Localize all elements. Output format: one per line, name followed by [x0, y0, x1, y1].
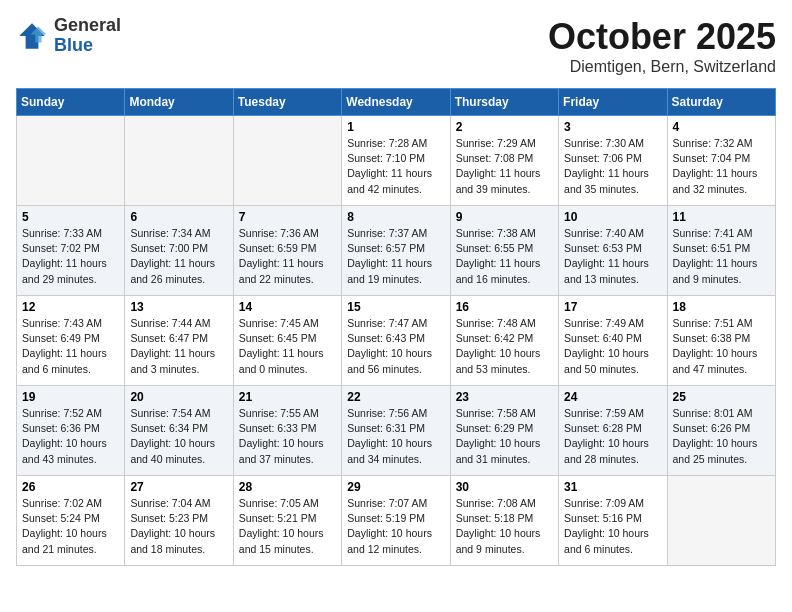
calendar-cell: 27Sunrise: 7:04 AM Sunset: 5:23 PM Dayli…	[125, 476, 233, 566]
day-info: Sunrise: 7:54 AM Sunset: 6:34 PM Dayligh…	[130, 406, 227, 467]
day-number: 6	[130, 210, 227, 224]
calendar-week-row: 26Sunrise: 7:02 AM Sunset: 5:24 PM Dayli…	[17, 476, 776, 566]
day-number: 12	[22, 300, 119, 314]
day-number: 7	[239, 210, 336, 224]
day-number: 20	[130, 390, 227, 404]
calendar-cell: 10Sunrise: 7:40 AM Sunset: 6:53 PM Dayli…	[559, 206, 667, 296]
calendar-cell: 23Sunrise: 7:58 AM Sunset: 6:29 PM Dayli…	[450, 386, 558, 476]
weekday-header-saturday: Saturday	[667, 89, 775, 116]
day-number: 28	[239, 480, 336, 494]
day-number: 9	[456, 210, 553, 224]
calendar-cell	[667, 476, 775, 566]
day-info: Sunrise: 7:59 AM Sunset: 6:28 PM Dayligh…	[564, 406, 661, 467]
day-number: 11	[673, 210, 770, 224]
weekday-header-sunday: Sunday	[17, 89, 125, 116]
calendar-cell: 31Sunrise: 7:09 AM Sunset: 5:16 PM Dayli…	[559, 476, 667, 566]
calendar-week-row: 5Sunrise: 7:33 AM Sunset: 7:02 PM Daylig…	[17, 206, 776, 296]
calendar-cell: 21Sunrise: 7:55 AM Sunset: 6:33 PM Dayli…	[233, 386, 341, 476]
calendar-cell: 18Sunrise: 7:51 AM Sunset: 6:38 PM Dayli…	[667, 296, 775, 386]
logo-blue: Blue	[54, 36, 121, 56]
day-info: Sunrise: 7:05 AM Sunset: 5:21 PM Dayligh…	[239, 496, 336, 557]
day-info: Sunrise: 8:01 AM Sunset: 6:26 PM Dayligh…	[673, 406, 770, 467]
day-info: Sunrise: 7:40 AM Sunset: 6:53 PM Dayligh…	[564, 226, 661, 287]
day-info: Sunrise: 7:36 AM Sunset: 6:59 PM Dayligh…	[239, 226, 336, 287]
calendar-cell: 14Sunrise: 7:45 AM Sunset: 6:45 PM Dayli…	[233, 296, 341, 386]
calendar-cell: 5Sunrise: 7:33 AM Sunset: 7:02 PM Daylig…	[17, 206, 125, 296]
day-number: 22	[347, 390, 444, 404]
weekday-header-row: SundayMondayTuesdayWednesdayThursdayFrid…	[17, 89, 776, 116]
calendar-week-row: 19Sunrise: 7:52 AM Sunset: 6:36 PM Dayli…	[17, 386, 776, 476]
day-number: 25	[673, 390, 770, 404]
day-info: Sunrise: 7:38 AM Sunset: 6:55 PM Dayligh…	[456, 226, 553, 287]
calendar-cell: 24Sunrise: 7:59 AM Sunset: 6:28 PM Dayli…	[559, 386, 667, 476]
day-number: 2	[456, 120, 553, 134]
calendar-cell: 22Sunrise: 7:56 AM Sunset: 6:31 PM Dayli…	[342, 386, 450, 476]
calendar-cell: 1Sunrise: 7:28 AM Sunset: 7:10 PM Daylig…	[342, 116, 450, 206]
calendar-cell: 6Sunrise: 7:34 AM Sunset: 7:00 PM Daylig…	[125, 206, 233, 296]
day-number: 14	[239, 300, 336, 314]
location: Diemtigen, Bern, Switzerland	[548, 58, 776, 76]
day-number: 10	[564, 210, 661, 224]
day-number: 8	[347, 210, 444, 224]
day-info: Sunrise: 7:47 AM Sunset: 6:43 PM Dayligh…	[347, 316, 444, 377]
day-number: 26	[22, 480, 119, 494]
day-number: 1	[347, 120, 444, 134]
day-info: Sunrise: 7:08 AM Sunset: 5:18 PM Dayligh…	[456, 496, 553, 557]
day-info: Sunrise: 7:28 AM Sunset: 7:10 PM Dayligh…	[347, 136, 444, 197]
weekday-header-friday: Friday	[559, 89, 667, 116]
calendar-cell: 13Sunrise: 7:44 AM Sunset: 6:47 PM Dayli…	[125, 296, 233, 386]
logo: General Blue	[16, 16, 121, 56]
day-info: Sunrise: 7:32 AM Sunset: 7:04 PM Dayligh…	[673, 136, 770, 197]
day-info: Sunrise: 7:07 AM Sunset: 5:19 PM Dayligh…	[347, 496, 444, 557]
day-number: 21	[239, 390, 336, 404]
logo-text: General Blue	[54, 16, 121, 56]
calendar-cell: 12Sunrise: 7:43 AM Sunset: 6:49 PM Dayli…	[17, 296, 125, 386]
logo-icon	[16, 20, 48, 52]
calendar-table: SundayMondayTuesdayWednesdayThursdayFrid…	[16, 88, 776, 566]
day-info: Sunrise: 7:04 AM Sunset: 5:23 PM Dayligh…	[130, 496, 227, 557]
page-header: General Blue October 2025 Diemtigen, Ber…	[16, 16, 776, 76]
logo-general: General	[54, 16, 121, 36]
calendar-cell: 11Sunrise: 7:41 AM Sunset: 6:51 PM Dayli…	[667, 206, 775, 296]
calendar-cell: 29Sunrise: 7:07 AM Sunset: 5:19 PM Dayli…	[342, 476, 450, 566]
day-info: Sunrise: 7:45 AM Sunset: 6:45 PM Dayligh…	[239, 316, 336, 377]
day-number: 29	[347, 480, 444, 494]
calendar-cell: 19Sunrise: 7:52 AM Sunset: 6:36 PM Dayli…	[17, 386, 125, 476]
calendar-cell: 26Sunrise: 7:02 AM Sunset: 5:24 PM Dayli…	[17, 476, 125, 566]
weekday-header-tuesday: Tuesday	[233, 89, 341, 116]
calendar-cell: 17Sunrise: 7:49 AM Sunset: 6:40 PM Dayli…	[559, 296, 667, 386]
day-number: 18	[673, 300, 770, 314]
day-number: 5	[22, 210, 119, 224]
day-number: 23	[456, 390, 553, 404]
calendar-cell	[233, 116, 341, 206]
calendar-cell: 25Sunrise: 8:01 AM Sunset: 6:26 PM Dayli…	[667, 386, 775, 476]
day-info: Sunrise: 7:58 AM Sunset: 6:29 PM Dayligh…	[456, 406, 553, 467]
day-info: Sunrise: 7:41 AM Sunset: 6:51 PM Dayligh…	[673, 226, 770, 287]
calendar-cell: 8Sunrise: 7:37 AM Sunset: 6:57 PM Daylig…	[342, 206, 450, 296]
calendar-cell: 28Sunrise: 7:05 AM Sunset: 5:21 PM Dayli…	[233, 476, 341, 566]
weekday-header-monday: Monday	[125, 89, 233, 116]
calendar-week-row: 1Sunrise: 7:28 AM Sunset: 7:10 PM Daylig…	[17, 116, 776, 206]
calendar-cell	[125, 116, 233, 206]
calendar-cell: 4Sunrise: 7:32 AM Sunset: 7:04 PM Daylig…	[667, 116, 775, 206]
day-info: Sunrise: 7:34 AM Sunset: 7:00 PM Dayligh…	[130, 226, 227, 287]
day-info: Sunrise: 7:30 AM Sunset: 7:06 PM Dayligh…	[564, 136, 661, 197]
day-number: 3	[564, 120, 661, 134]
weekday-header-thursday: Thursday	[450, 89, 558, 116]
day-info: Sunrise: 7:51 AM Sunset: 6:38 PM Dayligh…	[673, 316, 770, 377]
day-info: Sunrise: 7:37 AM Sunset: 6:57 PM Dayligh…	[347, 226, 444, 287]
day-info: Sunrise: 7:02 AM Sunset: 5:24 PM Dayligh…	[22, 496, 119, 557]
day-number: 27	[130, 480, 227, 494]
calendar-cell: 20Sunrise: 7:54 AM Sunset: 6:34 PM Dayli…	[125, 386, 233, 476]
day-number: 15	[347, 300, 444, 314]
calendar-cell: 9Sunrise: 7:38 AM Sunset: 6:55 PM Daylig…	[450, 206, 558, 296]
calendar-cell: 30Sunrise: 7:08 AM Sunset: 5:18 PM Dayli…	[450, 476, 558, 566]
calendar-cell: 7Sunrise: 7:36 AM Sunset: 6:59 PM Daylig…	[233, 206, 341, 296]
month-title: October 2025	[548, 16, 776, 58]
calendar-week-row: 12Sunrise: 7:43 AM Sunset: 6:49 PM Dayli…	[17, 296, 776, 386]
day-info: Sunrise: 7:09 AM Sunset: 5:16 PM Dayligh…	[564, 496, 661, 557]
day-info: Sunrise: 7:29 AM Sunset: 7:08 PM Dayligh…	[456, 136, 553, 197]
weekday-header-wednesday: Wednesday	[342, 89, 450, 116]
day-info: Sunrise: 7:55 AM Sunset: 6:33 PM Dayligh…	[239, 406, 336, 467]
title-block: October 2025 Diemtigen, Bern, Switzerlan…	[548, 16, 776, 76]
